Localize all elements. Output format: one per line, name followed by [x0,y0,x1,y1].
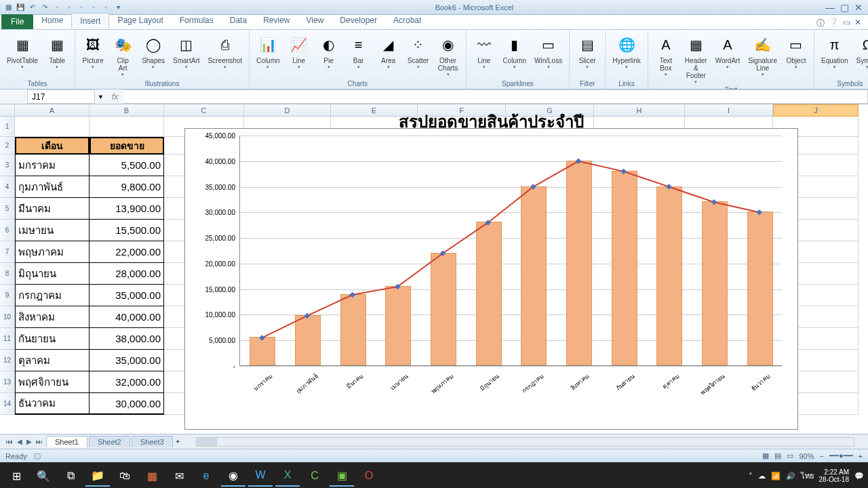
ribbon-tab-review[interactable]: Review [255,13,298,29]
bar-9[interactable] [656,186,682,365]
bar-6[interactable] [521,186,547,365]
save-icon[interactable]: 💾 [15,2,26,13]
cell-A5[interactable]: มีนาคม [15,198,90,220]
column-header-B[interactable]: B [90,104,164,117]
undo-icon[interactable]: ↶ [27,2,38,13]
onedrive-icon[interactable]: ☁ [758,472,766,481]
cell-B9[interactable]: 35,000.00 [90,285,164,306]
minimize-icon[interactable]: — [825,2,835,13]
bar-2[interactable] [340,294,366,365]
bar-1[interactable] [295,315,321,365]
ribbon-tab-page-layout[interactable]: Page Layout [109,13,171,29]
pivottable-button[interactable]: ▦PivotTable▾ [4,33,41,71]
row-header-9[interactable]: 9 [0,285,15,306]
shapes-button[interactable]: ◯Shapes▾ [139,33,167,71]
pie-button[interactable]: ◐Pie▾ [315,33,342,71]
sheet-nav-prev-icon[interactable]: ◀ [15,438,24,445]
sheet-nav-next-icon[interactable]: ▶ [24,438,34,445]
language-indicator[interactable]: ไทย [801,470,814,482]
tray-up-icon[interactable]: ˄ [749,472,753,481]
ribbon-tab-home[interactable]: Home [33,13,71,29]
word-icon[interactable]: W [248,465,273,487]
cell-A12[interactable]: ตุลาคม [15,350,90,371]
task-view-icon[interactable]: ⧉ [58,465,83,487]
column-button[interactable]: ▮Column▾ [500,33,529,71]
mail-icon[interactable]: ✉ [167,465,191,487]
cell-B2[interactable]: ยอดขาย [90,137,164,155]
row-header-11[interactable]: 11 [0,328,15,350]
cell-A7[interactable]: พฤษภาคม [15,241,90,263]
zoom-level[interactable]: 90% [799,452,814,460]
view-pagebreak-icon[interactable]: ▭ [787,451,793,460]
view-normal-icon[interactable]: ▦ [762,451,769,460]
camtasia-icon[interactable]: C [302,465,327,487]
cell-A4[interactable]: กุมภาพันธ์ [15,176,90,198]
sheet-tab-2[interactable]: Sheet2 [89,436,130,447]
row-header-6[interactable]: 6 [0,220,15,241]
bar-5[interactable] [476,222,502,365]
chrome-icon[interactable]: ◉ [221,465,245,487]
column-header-A[interactable]: A [15,104,90,117]
bar-8[interactable] [612,171,637,365]
clock[interactable]: 2:22 AM28-Oct-18 [819,468,849,483]
row-header-5[interactable]: 5 [0,198,15,220]
name-box[interactable]: J17 [27,89,95,104]
chart[interactable]: -5,000.0010,000.0015,000.0020,000.0025,0… [184,128,798,430]
row-header-13[interactable]: 13 [0,371,15,393]
select-all-corner[interactable] [0,104,15,117]
macro-record-icon[interactable]: ▢ [34,451,41,460]
ribbon-tab-view[interactable]: View [298,13,332,29]
object-button[interactable]: ▭Object▾ [783,33,810,71]
cell-B12[interactable]: 35,000.00 [90,350,164,371]
bar-0[interactable] [250,337,275,365]
cell-A3[interactable]: มกราคม [15,155,90,176]
worksheet[interactable]: ABCDEFGHIJ 12เดือนยอดขาย3มกราคม5,500.004… [0,104,868,434]
volume-icon[interactable]: 🔊 [786,472,795,481]
formula-input[interactable] [123,89,868,104]
qat-dropdown-icon[interactable]: ▾ [113,2,123,13]
row-header-10[interactable]: 10 [0,306,15,328]
cell-B3[interactable]: 5,500.00 [90,155,164,176]
edge-icon[interactable]: e [194,465,218,487]
cell-A13[interactable]: พฤศจิกายน [15,371,90,393]
row-header-14[interactable]: 14 [0,393,15,415]
bar-3[interactable] [385,286,411,365]
help-icon[interactable]: ❔ [829,18,839,29]
picture-button[interactable]: 🖼Picture▾ [79,33,106,71]
new-sheet-icon[interactable]: ✦ [173,438,182,445]
row-header-12[interactable]: 12 [0,350,15,371]
line-button[interactable]: 〰Line▾ [471,33,498,71]
app-icon[interactable]: ▣ [330,465,354,487]
smartart-button[interactable]: ◫SmartArt▾ [170,33,202,71]
column-button[interactable]: 📊Column▾ [254,33,282,71]
sheet-nav-first-icon[interactable]: ⏮ [4,438,15,445]
clip-button[interactable]: 🎭ClipArt▾ [109,33,136,79]
cell-B1[interactable] [90,117,164,137]
bar-button[interactable]: ≡Bar▾ [345,33,372,71]
row-header-2[interactable]: 2 [0,137,15,155]
file-tab[interactable]: File [1,14,33,29]
qat-icon[interactable]: ▫ [100,2,111,13]
text-button[interactable]: ATextBox▾ [652,33,679,79]
line-button[interactable]: 📈Line▾ [285,33,313,71]
tiles-icon[interactable]: ▦ [140,465,164,487]
cell-A9[interactable]: กรกฎาคม [15,285,90,306]
bar-11[interactable] [747,211,773,365]
signature-button[interactable]: ✍SignatureLine▾ [745,33,780,79]
row-header-3[interactable]: 3 [0,155,15,176]
zoom-in-icon[interactable]: + [859,452,863,460]
other-button[interactable]: ◉OtherCharts▾ [435,33,462,79]
redo-icon[interactable]: ↷ [39,2,50,13]
bar-4[interactable] [431,253,456,365]
min-ribbon-icon[interactable]: ⓘ [816,18,825,29]
name-box-dropdown-icon[interactable]: ▼ [95,94,106,100]
wifi-icon[interactable]: 📶 [771,472,781,481]
ribbon-options-icon[interactable]: ▭ [843,18,850,29]
qat-icon[interactable]: ▫ [88,2,99,13]
cell-B6[interactable]: 15,500.00 [90,220,164,241]
table-button[interactable]: ▦Table▾ [43,33,71,71]
excel-icon[interactable]: X [275,465,300,487]
scatter-button[interactable]: ⁘Scatter▾ [405,33,432,71]
cell-B4[interactable]: 9,800.00 [90,176,164,198]
hyperlink-button[interactable]: 🌐Hyperlink▾ [610,33,644,71]
